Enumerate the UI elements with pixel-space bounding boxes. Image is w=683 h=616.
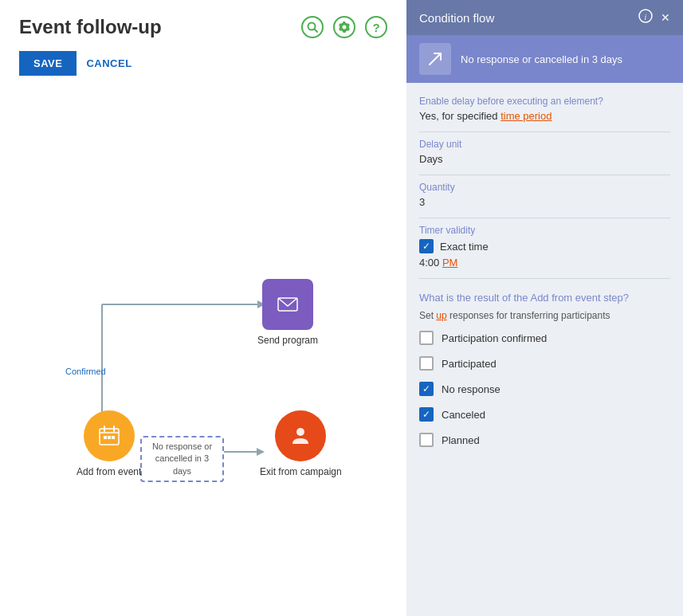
svg-point-16 [296, 428, 304, 436]
condition-sub-header: No response or cancelled in 3 days [406, 35, 683, 83]
gear-icon[interactable] [333, 16, 355, 38]
response-item-participation-confirmed: Participation confirmed [419, 331, 670, 345]
exact-time-checkbox[interactable]: ✓ [419, 239, 434, 253]
time-value: 4:00 PM [419, 257, 670, 269]
svg-line-1 [315, 29, 318, 33]
panel-header-icons: i ✕ [638, 9, 670, 26]
response-item-no-response: ✓No response [419, 382, 670, 396]
result-question-label: What is the result of the Add from event… [419, 292, 670, 304]
header-icons: ? [301, 16, 387, 38]
right-panel: Condition flow i ✕ No response or cancel… [406, 0, 683, 616]
node-add-from-event-label: Add from event [77, 466, 141, 477]
response-checkbox-canceled[interactable]: ✓ [419, 407, 434, 422]
save-button[interactable]: SAVE [19, 51, 77, 76]
response-checkbox-participation-confirmed[interactable] [419, 331, 434, 345]
response-item-participated: Participated [419, 356, 670, 371]
response-checkbox-planned[interactable] [419, 433, 434, 447]
svg-rect-13 [108, 436, 111, 439]
node-send-program-label: Send program [257, 335, 318, 346]
response-item-planned: Planned [419, 433, 670, 447]
svg-line-19 [430, 53, 441, 65]
delay-answer: Yes, for specified time period [419, 110, 670, 122]
exact-time-row: ✓ Exact time [419, 239, 670, 253]
svg-text:i: i [645, 13, 647, 22]
node-add-from-event[interactable]: Add from event [77, 410, 141, 477]
timer-validity-group: Timer validity ✓ Exact time 4:00 PM [419, 225, 670, 279]
response-list: Participation confirmedParticipated✓No r… [419, 331, 670, 447]
toolbar: SAVE CANCEL [19, 51, 387, 76]
response-checkbox-participated[interactable] [419, 356, 434, 371]
quantity-label: Quantity [419, 182, 670, 193]
response-label-no-response: No response [442, 383, 500, 395]
response-checkbox-no-response[interactable]: ✓ [419, 382, 434, 396]
condition-name: No response or cancelled in 3 days [461, 53, 670, 65]
help-icon[interactable]: ? [365, 16, 387, 38]
close-icon[interactable]: ✕ [661, 11, 670, 24]
confirmed-edge-label: Confirmed [65, 367, 106, 376]
response-label-participated: Participated [442, 358, 497, 370]
workflow-canvas: Confirmed No response orcancelled in 3 d… [19, 92, 387, 600]
node-exit-from-campaign[interactable]: Exit from campaign [260, 410, 342, 477]
response-label-planned: Planned [442, 434, 480, 446]
panel-header-title: Condition flow [419, 11, 494, 25]
timer-validity-label: Timer validity [419, 225, 670, 236]
svg-rect-12 [104, 436, 107, 439]
delay-unit-value[interactable]: Days [419, 153, 670, 165]
page-title: Event follow-up [19, 16, 162, 38]
response-item-canceled: ✓Canceled [419, 407, 670, 422]
node-exit-from-campaign-label: Exit from campaign [260, 466, 342, 477]
delay-unit-group: Delay unit Days [419, 139, 670, 175]
left-panel: Event follow-up ? SAVE CANCEL [0, 0, 406, 616]
panel-body: Enable delay before executing an element… [406, 83, 683, 471]
result-description: Set up responses for transferring partic… [419, 310, 670, 321]
exact-time-label: Exact time [440, 241, 489, 253]
svg-rect-14 [112, 436, 115, 439]
delay-question-label: Enable delay before executing an element… [419, 96, 670, 107]
quantity-value[interactable]: 3 [419, 196, 670, 208]
condition-icon-box [419, 43, 451, 75]
canvas-svg [19, 92, 387, 600]
panel-header: Condition flow i ✕ [406, 0, 683, 35]
response-label-canceled: Canceled [442, 409, 485, 421]
info-icon[interactable]: i [638, 9, 653, 26]
delay-question-group: Enable delay before executing an element… [419, 96, 670, 132]
dashed-condition-label: No response orcancelled in 3 days [140, 436, 224, 482]
quantity-group: Quantity 3 [419, 182, 670, 218]
result-section: What is the result of the Add from event… [419, 285, 670, 458]
node-send-program[interactable]: Send program [257, 279, 318, 346]
response-label-participation-confirmed: Participation confirmed [442, 332, 547, 344]
delay-unit-label: Delay unit [419, 139, 670, 150]
cancel-button[interactable]: CANCEL [86, 57, 131, 69]
search-icon[interactable] [301, 16, 324, 38]
page-header: Event follow-up ? [19, 16, 387, 38]
